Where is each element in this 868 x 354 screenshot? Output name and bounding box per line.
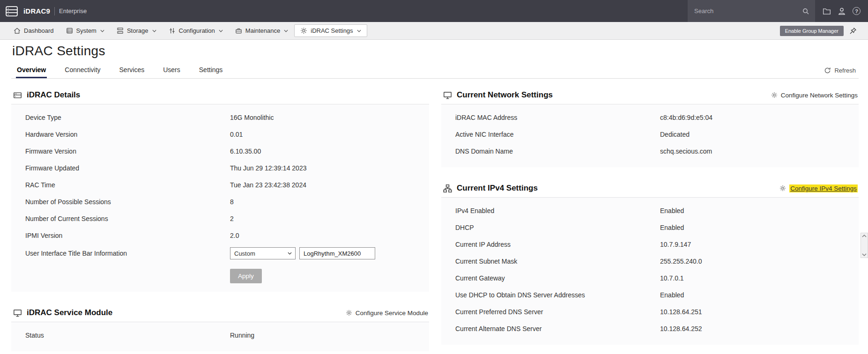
pin-icon[interactable] [849,27,857,35]
help-icon[interactable]: ? [853,7,861,15]
row-label: Current Gateway [455,274,660,282]
row-value: schq.secious.com [660,148,845,155]
row-value: 255.255.240.0 [660,258,845,265]
highlighted-configure-label: Configure IPv4 Settings [789,184,858,192]
row-value: Running [230,332,415,339]
main-content: iDRAC Settings Overview Connectivity Ser… [0,44,868,354]
scroll-up-icon[interactable] [862,234,867,237]
user-icon[interactable] [838,7,846,15]
row-label: Device Type [25,114,230,121]
detail-row: Firmware Version 6.10.35.00 [11,143,429,160]
row-value: 2 [230,215,415,222]
detail-row: Firmware Updated Thu Jun 29 12:39:14 202… [11,160,429,177]
nav-item-system[interactable]: System [60,24,111,37]
search-input[interactable] [693,7,802,15]
row-value: Tue Jan 23 23:42:38 2024 [230,181,415,189]
apply-row: Apply [11,267,429,284]
service-module-panel: iDRAC Service Module Configure Service M… [11,304,429,351]
detail-row: RAC Time Tue Jan 23 23:42:38 2024 [11,177,429,193]
detail-row: Device Type 16G Monolithic [11,109,429,126]
row-label: Hardware Version [25,131,230,138]
storage-icon [117,27,124,34]
row-label: Active NIC Interface [455,131,660,138]
tab-services[interactable]: Services [119,63,146,78]
row-value: 10.7.9.147 [660,241,845,248]
gear-icon [771,92,778,98]
row-label: Firmware Updated [25,164,230,172]
detail-row: Current Subnet Mask 255.255.240.0 [441,253,859,270]
tab-settings[interactable]: Settings [198,63,224,78]
panel-title: Current IPv4 Settings [457,184,538,193]
configure-service-module-link[interactable]: Configure Service Module [346,310,428,317]
idrac-logo-icon [5,4,19,18]
row-value: 6.10.35.00 [230,148,415,155]
main-nav: Dashboard System Storage Configuration M… [0,22,868,40]
nav-item-dashboard[interactable]: Dashboard [7,24,60,37]
nav-item-storage[interactable]: Storage [111,24,163,37]
server-icon [66,27,73,34]
nav-item-configuration[interactable]: Configuration [163,24,229,37]
monitor-icon [443,91,452,100]
network-tree-icon [443,184,452,193]
tab-users[interactable]: Users [162,63,181,78]
scrollbar[interactable] [861,233,868,258]
row-label: IPMI Version [25,232,230,239]
row-label: DHCP [455,224,660,231]
row-label: Status [25,332,230,339]
nav-label: System [76,27,96,34]
configure-ipv4-settings-link[interactable]: Configure IPv4 Settings [779,184,858,192]
row-value: 0.01 [230,131,415,138]
row-label: Firmware Version [25,148,230,155]
panel-title: iDRAC Service Module [27,308,112,317]
tab-overview[interactable]: Overview [16,63,47,78]
nav-label: Storage [127,27,148,34]
nav-item-idrac-settings[interactable]: iDRAC Settings [294,24,367,37]
row-label: Number of Current Sessions [25,215,230,222]
server-bays-icon [13,91,22,100]
configure-network-settings-link[interactable]: Configure Network Settings [771,92,858,99]
row-value: Thu Jun 29 12:39:14 2023 [230,164,415,172]
sliders-icon [169,27,176,34]
row-label: Number of Possible Sessions [25,198,230,206]
apply-button[interactable]: Apply [230,269,262,283]
configure-label: Configure Network Settings [781,92,858,99]
detail-row: Current Gateway 10.7.0.1 [441,270,859,287]
row-value: 10.7.0.1 [660,274,845,282]
panel-title: Current Network Settings [457,90,553,100]
detail-row: IPv4 Enabled Enabled [441,202,859,219]
file-manager-icon[interactable] [823,7,831,15]
row-label: RAC Time [25,181,230,189]
title-bar-text-input[interactable] [299,247,375,259]
detail-row: DNS Domain Name schq.secious.com [441,143,859,160]
refresh-icon [824,67,831,74]
detail-row: Use DHCP to Obtain DNS Server Addresses … [441,287,859,303]
nav-label: iDRAC Settings [311,27,353,34]
row-label: Current Preferred DNS Server [455,308,660,316]
row-value: 10.128.64.251 [660,308,845,316]
brand-name: iDRAC9 [23,7,50,15]
title-bar-mode-select[interactable]: Custom [230,247,296,259]
scroll-down-icon[interactable] [862,253,867,257]
row-label: Current IP Address [455,241,660,248]
chevron-down-icon [357,30,361,32]
detail-row: Current Alternate DNS Server 10.128.64.2… [441,320,859,337]
row-value: 16G Monolithic [230,114,415,121]
row-value: 10.128.64.252 [660,325,845,332]
detail-row: Active NIC Interface Dedicated [441,126,859,143]
monitor-icon [13,309,22,317]
enable-group-manager-button[interactable]: Enable Group Manager [780,26,844,36]
detail-row: Number of Current Sessions 2 [11,210,429,227]
select-chevron-icon [288,252,292,255]
toolbox-icon [235,27,242,34]
detail-row: DHCP Enabled [441,219,859,236]
header-search[interactable] [688,0,815,22]
row-label: Current Alternate DNS Server [455,325,660,332]
tab-connectivity[interactable]: Connectivity [64,63,101,78]
search-icon[interactable] [802,7,809,15]
brand-divider [54,7,55,15]
ipv4-settings-panel: Current IPv4 Settings Configure IPv4 Set… [441,179,859,345]
refresh-button[interactable]: Refresh [824,67,859,78]
nav-item-maintenance[interactable]: Maintenance [229,24,294,37]
chevron-down-icon [219,30,223,32]
row-label: iDRAC MAC Address [455,114,660,121]
